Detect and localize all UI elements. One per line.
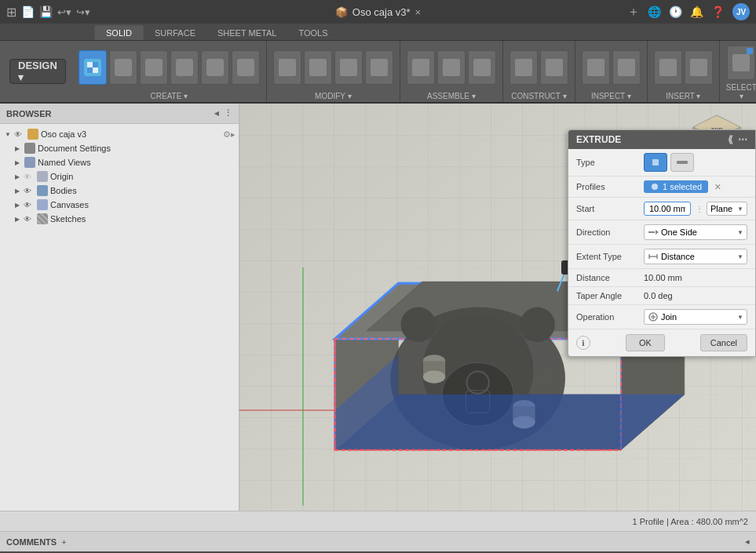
profiles-control: 1 selected × <box>644 180 747 193</box>
inspect-measure-btn[interactable] <box>582 50 610 85</box>
type-thin-btn[interactable] <box>670 153 694 172</box>
construct-midplane-btn[interactable] <box>540 50 568 85</box>
create-new-component-btn[interactable] <box>79 50 107 85</box>
tree-item-doc-settings[interactable]: ▶ Document Settings <box>0 141 239 155</box>
construct-offset-btn[interactable] <box>509 50 538 85</box>
tab-surface[interactable]: SURFACE <box>144 26 206 40</box>
comments-collapse-icon[interactable]: ◂ <box>745 537 750 547</box>
tree-item-named-views[interactable]: ▶ Named Views <box>0 155 239 169</box>
tree-item-sketches[interactable]: ▶ 👁 Sketches <box>0 212 239 226</box>
profiles-selected-badge[interactable]: 1 selected <box>644 180 708 193</box>
globe-icon[interactable]: 🌐 <box>648 5 661 18</box>
tree-item-root[interactable]: ▼ 👁 Oso caja v3 ⚙ ▸ <box>0 127 239 141</box>
tree-arrow-canvases[interactable]: ▶ <box>13 200 22 209</box>
tree-eye-bodies[interactable]: 👁 <box>22 185 33 196</box>
tab-solid[interactable]: SOLID <box>94 25 144 40</box>
tab-sheet-metal[interactable]: SHEET METAL <box>206 26 287 40</box>
extrude-direction-row: Direction One Side ▼ <box>568 220 755 245</box>
add-tab-icon[interactable]: ＋ <box>627 4 640 20</box>
operation-arrow: ▼ <box>737 314 743 321</box>
tree-icon-root <box>27 129 38 140</box>
close-icon[interactable]: × <box>415 6 422 18</box>
info-icon[interactable]: ℹ <box>576 336 590 350</box>
create-revolve-btn[interactable] <box>140 50 168 85</box>
avatar[interactable]: JV <box>732 3 750 20</box>
inspect-interference-btn[interactable] <box>612 50 641 85</box>
profiles-label: Profiles <box>576 182 639 191</box>
ribbon-group-inspect: INSPECT ▾ <box>575 41 648 102</box>
assemble-joint-origin-btn[interactable] <box>437 50 466 85</box>
cancel-button[interactable]: Cancel <box>700 334 747 351</box>
modify-fillet-btn[interactable] <box>304 50 332 85</box>
operation-label: Operation <box>576 312 639 322</box>
clock-icon[interactable]: 🕐 <box>669 5 682 18</box>
help-icon[interactable]: ❓ <box>711 5 725 18</box>
tree-arrow-origin[interactable]: ▶ <box>13 172 22 181</box>
tree-arrow-root[interactable]: ▼ <box>3 129 13 139</box>
profiles-clear-icon[interactable]: × <box>714 180 721 193</box>
ribbon-toolbar: DESIGN ▾ CREATE ▾ <box>0 41 756 104</box>
tree-item-origin[interactable]: ▶ 👁 Origin <box>0 169 239 184</box>
start-label: Start <box>576 204 639 213</box>
browser-collapse-icon[interactable]: ◂ <box>214 108 219 118</box>
tree-arrow-sketches[interactable]: ▶ <box>13 214 22 224</box>
start-plane-dropdown[interactable]: Plane ▼ <box>707 202 747 216</box>
insert-svg-btn[interactable] <box>685 50 713 85</box>
assemble-joint-btn[interactable] <box>407 50 435 85</box>
tab-tools[interactable]: TOOLS <box>287 26 338 40</box>
create-sweep-btn[interactable] <box>170 50 199 85</box>
start-value-input[interactable] <box>644 202 691 216</box>
extent-arrow: ▼ <box>737 253 743 260</box>
direction-dropdown[interactable]: One Side ▼ <box>644 224 747 240</box>
select-main-btn[interactable] <box>727 45 755 80</box>
tree-arrow-bodies[interactable]: ▶ <box>13 186 22 195</box>
tree-label-doc-settings: Document Settings <box>38 144 111 153</box>
browser-title-text: BROWSER <box>6 109 51 118</box>
browser-settings-icon[interactable]: ⋮ <box>224 108 232 118</box>
tree-eye-canvases[interactable]: 👁 <box>22 199 33 210</box>
modify-chamfer-btn[interactable] <box>334 50 363 85</box>
extrude-taper-row: Taper Angle 0.0 deg <box>568 287 755 305</box>
ok-button[interactable]: OK <box>626 334 665 351</box>
extent-dropdown[interactable]: Distance ▼ <box>644 249 747 264</box>
extrude-more-icon[interactable]: ⋯ <box>738 134 747 145</box>
tree-arrow-doc-settings[interactable]: ▶ <box>13 144 22 153</box>
insert-mesh-btn[interactable] <box>654 50 682 85</box>
tree-arrow-named-views[interactable]: ▶ <box>13 158 22 167</box>
svg-rect-54 <box>648 231 655 233</box>
topbar-left-icons: ⊞ 📄 💾 ↩▾ ↪▾ <box>6 5 90 20</box>
svg-point-17 <box>400 307 436 343</box>
create-extrude-btn[interactable] <box>109 50 137 85</box>
save-icon[interactable]: 💾 <box>39 5 53 18</box>
tree-eye-root[interactable]: 👁 <box>13 129 24 140</box>
grid-icon[interactable]: ⊞ <box>6 5 16 20</box>
tree-eye-sketches[interactable]: 👁 <box>22 213 33 224</box>
tree-icon-canvases <box>37 199 48 210</box>
tree-eye-origin[interactable]: 👁 <box>22 171 33 182</box>
assemble-rigid-btn[interactable] <box>468 50 496 85</box>
tree-item-canvases[interactable]: ▶ 👁 Canvases <box>0 198 239 212</box>
type-solid-btn[interactable] <box>644 153 667 172</box>
undo-icon[interactable]: ↩▾ <box>57 6 71 18</box>
operation-dropdown[interactable]: Join ▼ <box>644 309 747 325</box>
tree-item-bodies[interactable]: ▶ 👁 Bodies <box>0 184 239 198</box>
create-loft-btn[interactable] <box>201 50 229 85</box>
comments-add-icon[interactable]: + <box>61 537 66 547</box>
bell-icon[interactable]: 🔔 <box>690 5 703 18</box>
tree-label-sketches: Sketches <box>50 214 86 224</box>
modify-shell-btn[interactable] <box>365 50 393 85</box>
extrude-expand-icon[interactable]: ⟪ <box>728 134 733 145</box>
inspect-group-label: INSPECT ▾ <box>591 92 631 100</box>
tree-more-root[interactable]: ▸ <box>231 129 236 140</box>
status-bar: 1 Profile | Area : 480.00 mm^2 <box>0 511 756 531</box>
design-button[interactable]: DESIGN ▾ <box>9 59 66 84</box>
extrude-distance-row: Distance 10.00 mm <box>568 269 755 287</box>
svg-marker-55 <box>656 230 659 235</box>
modify-press-pull-btn[interactable] <box>273 50 301 85</box>
comments-bar: COMMENTS + ◂ <box>0 531 756 551</box>
direction-label: Direction <box>576 227 639 237</box>
tree-settings-root[interactable]: ⚙ <box>223 129 231 140</box>
redo-icon[interactable]: ↪▾ <box>76 6 90 18</box>
file-menu-icon[interactable]: 📄 <box>21 5 35 18</box>
create-more-btn[interactable] <box>232 50 260 85</box>
